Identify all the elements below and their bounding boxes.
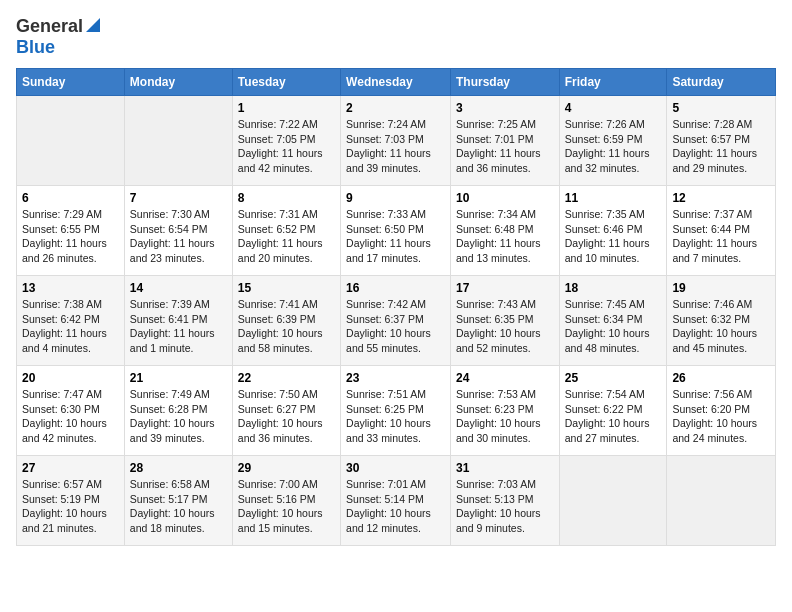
day-number: 17 xyxy=(456,281,554,295)
day-number: 28 xyxy=(130,461,227,475)
day-number: 14 xyxy=(130,281,227,295)
day-number: 22 xyxy=(238,371,335,385)
day-number: 2 xyxy=(346,101,445,115)
calendar-cell: 21Sunrise: 7:49 AMSunset: 6:28 PMDayligh… xyxy=(124,366,232,456)
cell-details: Sunrise: 6:57 AMSunset: 5:19 PMDaylight:… xyxy=(22,477,119,536)
cell-details: Sunrise: 7:53 AMSunset: 6:23 PMDaylight:… xyxy=(456,387,554,446)
cell-details: Sunrise: 7:56 AMSunset: 6:20 PMDaylight:… xyxy=(672,387,770,446)
logo-blue-text: Blue xyxy=(16,37,55,58)
cell-details: Sunrise: 7:42 AMSunset: 6:37 PMDaylight:… xyxy=(346,297,445,356)
day-number: 10 xyxy=(456,191,554,205)
calendar-week-row: 20Sunrise: 7:47 AMSunset: 6:30 PMDayligh… xyxy=(17,366,776,456)
calendar-cell: 17Sunrise: 7:43 AMSunset: 6:35 PMDayligh… xyxy=(450,276,559,366)
calendar-week-row: 6Sunrise: 7:29 AMSunset: 6:55 PMDaylight… xyxy=(17,186,776,276)
calendar-cell: 1Sunrise: 7:22 AMSunset: 7:05 PMDaylight… xyxy=(232,96,340,186)
calendar-table: SundayMondayTuesdayWednesdayThursdayFrid… xyxy=(16,68,776,546)
calendar-cell: 31Sunrise: 7:03 AMSunset: 5:13 PMDayligh… xyxy=(450,456,559,546)
day-number: 29 xyxy=(238,461,335,475)
calendar-cell xyxy=(17,96,125,186)
calendar-cell: 6Sunrise: 7:29 AMSunset: 6:55 PMDaylight… xyxy=(17,186,125,276)
calendar-cell: 25Sunrise: 7:54 AMSunset: 6:22 PMDayligh… xyxy=(559,366,667,456)
day-number: 13 xyxy=(22,281,119,295)
calendar-cell: 30Sunrise: 7:01 AMSunset: 5:14 PMDayligh… xyxy=(341,456,451,546)
cell-details: Sunrise: 7:43 AMSunset: 6:35 PMDaylight:… xyxy=(456,297,554,356)
calendar-cell: 26Sunrise: 7:56 AMSunset: 6:20 PMDayligh… xyxy=(667,366,776,456)
calendar-cell: 23Sunrise: 7:51 AMSunset: 6:25 PMDayligh… xyxy=(341,366,451,456)
cell-details: Sunrise: 7:33 AMSunset: 6:50 PMDaylight:… xyxy=(346,207,445,266)
header-day-saturday: Saturday xyxy=(667,69,776,96)
day-number: 9 xyxy=(346,191,445,205)
header-day-wednesday: Wednesday xyxy=(341,69,451,96)
cell-details: Sunrise: 7:01 AMSunset: 5:14 PMDaylight:… xyxy=(346,477,445,536)
cell-details: Sunrise: 7:54 AMSunset: 6:22 PMDaylight:… xyxy=(565,387,662,446)
header-day-thursday: Thursday xyxy=(450,69,559,96)
day-number: 23 xyxy=(346,371,445,385)
calendar-cell: 7Sunrise: 7:30 AMSunset: 6:54 PMDaylight… xyxy=(124,186,232,276)
cell-details: Sunrise: 7:39 AMSunset: 6:41 PMDaylight:… xyxy=(130,297,227,356)
day-number: 12 xyxy=(672,191,770,205)
cell-details: Sunrise: 7:37 AMSunset: 6:44 PMDaylight:… xyxy=(672,207,770,266)
calendar-cell: 28Sunrise: 6:58 AMSunset: 5:17 PMDayligh… xyxy=(124,456,232,546)
calendar-week-row: 27Sunrise: 6:57 AMSunset: 5:19 PMDayligh… xyxy=(17,456,776,546)
calendar-cell: 12Sunrise: 7:37 AMSunset: 6:44 PMDayligh… xyxy=(667,186,776,276)
calendar-week-row: 13Sunrise: 7:38 AMSunset: 6:42 PMDayligh… xyxy=(17,276,776,366)
cell-details: Sunrise: 7:31 AMSunset: 6:52 PMDaylight:… xyxy=(238,207,335,266)
cell-details: Sunrise: 7:29 AMSunset: 6:55 PMDaylight:… xyxy=(22,207,119,266)
calendar-cell: 19Sunrise: 7:46 AMSunset: 6:32 PMDayligh… xyxy=(667,276,776,366)
calendar-cell: 3Sunrise: 7:25 AMSunset: 7:01 PMDaylight… xyxy=(450,96,559,186)
calendar-cell: 10Sunrise: 7:34 AMSunset: 6:48 PMDayligh… xyxy=(450,186,559,276)
day-number: 5 xyxy=(672,101,770,115)
calendar-cell: 27Sunrise: 6:57 AMSunset: 5:19 PMDayligh… xyxy=(17,456,125,546)
calendar-cell: 14Sunrise: 7:39 AMSunset: 6:41 PMDayligh… xyxy=(124,276,232,366)
cell-details: Sunrise: 7:49 AMSunset: 6:28 PMDaylight:… xyxy=(130,387,227,446)
cell-details: Sunrise: 7:25 AMSunset: 7:01 PMDaylight:… xyxy=(456,117,554,176)
day-number: 21 xyxy=(130,371,227,385)
day-number: 4 xyxy=(565,101,662,115)
day-number: 1 xyxy=(238,101,335,115)
day-number: 25 xyxy=(565,371,662,385)
day-number: 3 xyxy=(456,101,554,115)
calendar-cell: 2Sunrise: 7:24 AMSunset: 7:03 PMDaylight… xyxy=(341,96,451,186)
header-day-tuesday: Tuesday xyxy=(232,69,340,96)
calendar-cell: 9Sunrise: 7:33 AMSunset: 6:50 PMDaylight… xyxy=(341,186,451,276)
calendar-cell: 20Sunrise: 7:47 AMSunset: 6:30 PMDayligh… xyxy=(17,366,125,456)
day-number: 8 xyxy=(238,191,335,205)
cell-details: Sunrise: 7:03 AMSunset: 5:13 PMDaylight:… xyxy=(456,477,554,536)
calendar-cell: 13Sunrise: 7:38 AMSunset: 6:42 PMDayligh… xyxy=(17,276,125,366)
calendar-cell: 11Sunrise: 7:35 AMSunset: 6:46 PMDayligh… xyxy=(559,186,667,276)
svg-marker-0 xyxy=(86,18,100,32)
day-number: 18 xyxy=(565,281,662,295)
day-number: 27 xyxy=(22,461,119,475)
calendar-cell: 8Sunrise: 7:31 AMSunset: 6:52 PMDaylight… xyxy=(232,186,340,276)
calendar-week-row: 1Sunrise: 7:22 AMSunset: 7:05 PMDaylight… xyxy=(17,96,776,186)
day-number: 30 xyxy=(346,461,445,475)
day-number: 11 xyxy=(565,191,662,205)
cell-details: Sunrise: 7:00 AMSunset: 5:16 PMDaylight:… xyxy=(238,477,335,536)
day-number: 19 xyxy=(672,281,770,295)
cell-details: Sunrise: 7:51 AMSunset: 6:25 PMDaylight:… xyxy=(346,387,445,446)
day-number: 15 xyxy=(238,281,335,295)
calendar-cell: 15Sunrise: 7:41 AMSunset: 6:39 PMDayligh… xyxy=(232,276,340,366)
calendar-cell: 24Sunrise: 7:53 AMSunset: 6:23 PMDayligh… xyxy=(450,366,559,456)
cell-details: Sunrise: 7:46 AMSunset: 6:32 PMDaylight:… xyxy=(672,297,770,356)
day-number: 24 xyxy=(456,371,554,385)
day-number: 6 xyxy=(22,191,119,205)
cell-details: Sunrise: 7:45 AMSunset: 6:34 PMDaylight:… xyxy=(565,297,662,356)
cell-details: Sunrise: 7:50 AMSunset: 6:27 PMDaylight:… xyxy=(238,387,335,446)
cell-details: Sunrise: 7:30 AMSunset: 6:54 PMDaylight:… xyxy=(130,207,227,266)
cell-details: Sunrise: 7:47 AMSunset: 6:30 PMDaylight:… xyxy=(22,387,119,446)
day-number: 31 xyxy=(456,461,554,475)
calendar-cell: 5Sunrise: 7:28 AMSunset: 6:57 PMDaylight… xyxy=(667,96,776,186)
cell-details: Sunrise: 7:26 AMSunset: 6:59 PMDaylight:… xyxy=(565,117,662,176)
logo-general-text: General xyxy=(16,16,83,37)
cell-details: Sunrise: 7:24 AMSunset: 7:03 PMDaylight:… xyxy=(346,117,445,176)
calendar-cell: 22Sunrise: 7:50 AMSunset: 6:27 PMDayligh… xyxy=(232,366,340,456)
calendar-cell: 16Sunrise: 7:42 AMSunset: 6:37 PMDayligh… xyxy=(341,276,451,366)
calendar-cell: 4Sunrise: 7:26 AMSunset: 6:59 PMDaylight… xyxy=(559,96,667,186)
cell-details: Sunrise: 7:22 AMSunset: 7:05 PMDaylight:… xyxy=(238,117,335,176)
calendar-cell xyxy=(124,96,232,186)
cell-details: Sunrise: 7:35 AMSunset: 6:46 PMDaylight:… xyxy=(565,207,662,266)
day-number: 26 xyxy=(672,371,770,385)
day-number: 20 xyxy=(22,371,119,385)
calendar-header-row: SundayMondayTuesdayWednesdayThursdayFrid… xyxy=(17,69,776,96)
